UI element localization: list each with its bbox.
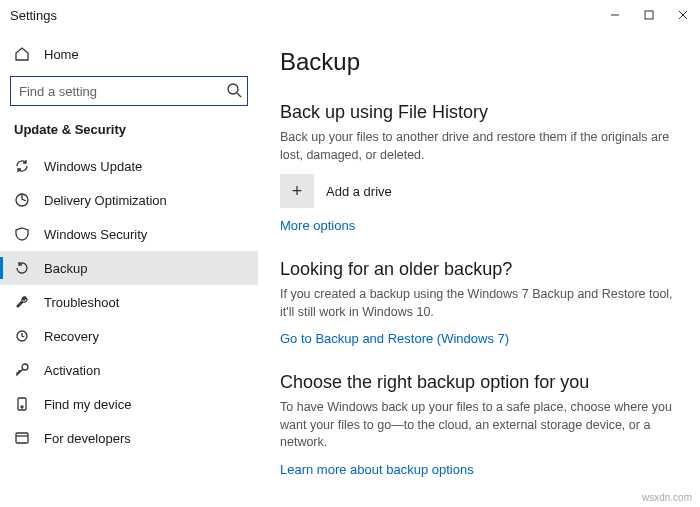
add-drive-label: Add a drive <box>326 184 392 199</box>
wrench-icon <box>14 294 30 310</box>
sidebar-item-recovery[interactable]: Recovery <box>0 319 258 353</box>
home-nav[interactable]: Home <box>0 40 258 68</box>
sidebar-item-label: Activation <box>44 363 100 378</box>
shield-icon <box>14 226 30 242</box>
add-drive-button[interactable]: + Add a drive <box>280 174 678 208</box>
sidebar-item-for-developers[interactable]: For developers <box>0 421 258 455</box>
svg-rect-11 <box>16 433 28 443</box>
section-older-backup: Looking for an older backup? If you crea… <box>280 259 678 346</box>
plus-icon: + <box>280 174 314 208</box>
sidebar-item-label: Find my device <box>44 397 131 412</box>
sidebar-item-label: For developers <box>44 431 131 446</box>
sidebar-item-label: Windows Update <box>44 159 142 174</box>
sidebar-item-label: Backup <box>44 261 87 276</box>
sidebar-item-windows-update[interactable]: Windows Update <box>0 149 258 183</box>
home-label: Home <box>44 47 79 62</box>
sidebar: Home Update & Security Windows Update <box>0 30 258 507</box>
minimize-button[interactable] <box>598 0 632 30</box>
section-desc: To have Windows back up your files to a … <box>280 399 678 452</box>
page-title: Backup <box>280 48 678 76</box>
sidebar-item-backup[interactable]: Backup <box>0 251 258 285</box>
maximize-button[interactable] <box>632 0 666 30</box>
titlebar: Settings <box>0 0 700 30</box>
sidebar-item-windows-security[interactable]: Windows Security <box>0 217 258 251</box>
search-input[interactable] <box>10 76 248 106</box>
section-heading: Choose the right backup option for you <box>280 372 678 393</box>
sidebar-item-troubleshoot[interactable]: Troubleshoot <box>0 285 258 319</box>
key-icon <box>14 362 30 378</box>
recovery-icon <box>14 328 30 344</box>
sidebar-item-find-my-device[interactable]: Find my device <box>0 387 258 421</box>
svg-rect-1 <box>645 11 653 19</box>
location-icon <box>14 396 30 412</box>
backup-icon <box>14 260 30 276</box>
content-pane: Backup Back up using File History Back u… <box>258 30 700 507</box>
section-choose-option: Choose the right backup option for you T… <box>280 372 678 477</box>
section-heading: Back up using File History <box>280 102 678 123</box>
sidebar-item-label: Delivery Optimization <box>44 193 167 208</box>
watermark: wsxdn.com <box>642 492 692 503</box>
section-file-history: Back up using File History Back up your … <box>280 102 678 233</box>
sidebar-item-activation[interactable]: Activation <box>0 353 258 387</box>
sync-icon <box>14 158 30 174</box>
backup-restore-link[interactable]: Go to Backup and Restore (Windows 7) <box>280 331 678 346</box>
more-options-link[interactable]: More options <box>280 218 678 233</box>
learn-more-link[interactable]: Learn more about backup options <box>280 462 678 477</box>
sidebar-item-label: Troubleshoot <box>44 295 119 310</box>
home-icon <box>14 46 30 62</box>
delivery-icon <box>14 192 30 208</box>
sidebar-item-label: Windows Security <box>44 227 147 242</box>
sidebar-item-label: Recovery <box>44 329 99 344</box>
section-desc: If you created a backup using the Window… <box>280 286 678 321</box>
developer-icon <box>14 430 30 446</box>
window-title: Settings <box>10 8 57 23</box>
section-desc: Back up your files to another drive and … <box>280 129 678 164</box>
sidebar-item-delivery-optimization[interactable]: Delivery Optimization <box>0 183 258 217</box>
section-heading: Looking for an older backup? <box>280 259 678 280</box>
close-button[interactable] <box>666 0 700 30</box>
svg-point-10 <box>21 406 23 408</box>
window-controls <box>598 0 700 30</box>
section-title: Update & Security <box>0 116 258 149</box>
